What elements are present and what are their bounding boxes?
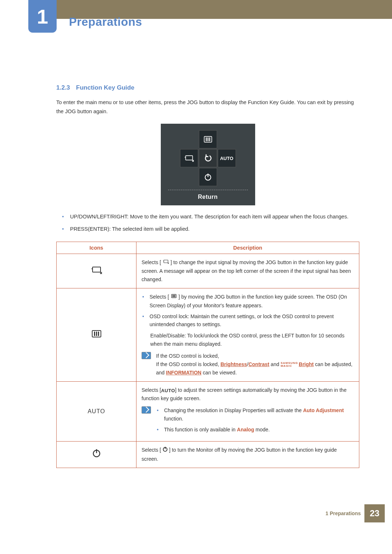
row1-description: Selects [] to change the input signal by… [136,254,359,288]
chapter-number-badge: 1 [28,0,57,33]
guide-center-return-icon [199,149,217,167]
body-bullet-2: PRESS(ENTER): The selected item will be … [70,225,359,234]
row3-note-bullet-1: Changing the resolution in Display Prope… [164,406,354,423]
body-bullet-1: UP/DOWN/LEFT/RIGHT: Move to the item you… [70,213,359,221]
link-contrast[interactable]: Contrast [248,361,269,367]
row2-bullet-2: OSD control lock: Maintain the current s… [150,312,354,329]
row4-power-icon [57,441,136,468]
table-row: Selects [] to turn the Monitor off by mo… [57,441,359,468]
row4-description: Selects [] to turn the Monitor off by mo… [136,441,359,468]
note-icon [142,406,151,414]
guide-up-menu-icon [199,130,217,148]
link-bright[interactable]: Bright [299,361,314,367]
row2-enable-disable: Enable/Disable: To lock/unlock the OSD c… [150,332,354,348]
samsung-magic-label: SAMSUNGMAGIC [281,362,298,368]
row3-auto-label: AUTO [57,382,136,441]
chapter-title: Preparations [69,15,142,29]
footer-page-number: 23 [364,504,385,522]
row2-note-line1: If the OSD control is locked, [156,352,354,360]
row3-note: Changing the resolution in Display Prope… [142,406,354,436]
row2-description: Selects [] by moving the JOG button in t… [136,288,359,382]
auto-adjustment-label: Auto Adjustment [303,407,344,413]
inline-auto-label: AUTO [161,388,175,393]
footer-chapter-label: 1 Preparations [326,510,361,516]
inline-menu-icon [170,293,178,301]
row2-menu-icon [57,288,136,382]
row3-note-bullet-2: This function is only available in Analo… [164,426,354,434]
table-row: Selects [] to change the input signal by… [57,254,359,288]
section-number: 1.2.3 [56,84,70,91]
icon-description-table: Icons Description Selects [] to change t… [56,242,359,468]
guide-right-auto-label: AUTO [218,149,236,167]
analog-label: Analog [237,427,254,432]
guide-left-source-icon [180,149,198,167]
section-title: Function Key Guide [76,84,135,91]
section-intro: To enter the main menu or to use other i… [56,98,359,116]
row2-note: If the OSD control is locked, If the OSD… [142,352,354,377]
row1-source-icon [57,254,136,288]
table-row: Selects [] by moving the JOG button in t… [57,288,359,382]
table-row: AUTO Selects [AUTO] to adjust the screen… [57,382,359,441]
inline-source-icon [162,259,170,267]
row2-note-line2: If the OSD control is locked, Brightness… [156,360,354,377]
page-footer: 1 Preparations 23 [0,504,392,522]
note-icon [142,352,151,359]
function-key-guide-box: AUTO Return [161,124,255,205]
body-bullet-list: UP/DOWN/LEFT/RIGHT: Move to the item you… [56,213,359,234]
guide-down-power-icon [199,168,217,186]
link-brightness[interactable]: Brightness [220,361,247,367]
table-header-icons: Icons [57,242,136,254]
table-header-description: Description [136,242,359,254]
inline-power-icon [162,446,168,455]
link-information[interactable]: INFORMATION [166,370,201,376]
section-heading: 1.2.3 Function Key Guide [56,84,359,91]
row3-description: Selects [AUTO] to adjust the screen sett… [136,382,359,441]
row2-bullet-1: Selects [] by moving the JOG button in t… [150,293,354,309]
guide-return-label: Return [161,194,255,200]
